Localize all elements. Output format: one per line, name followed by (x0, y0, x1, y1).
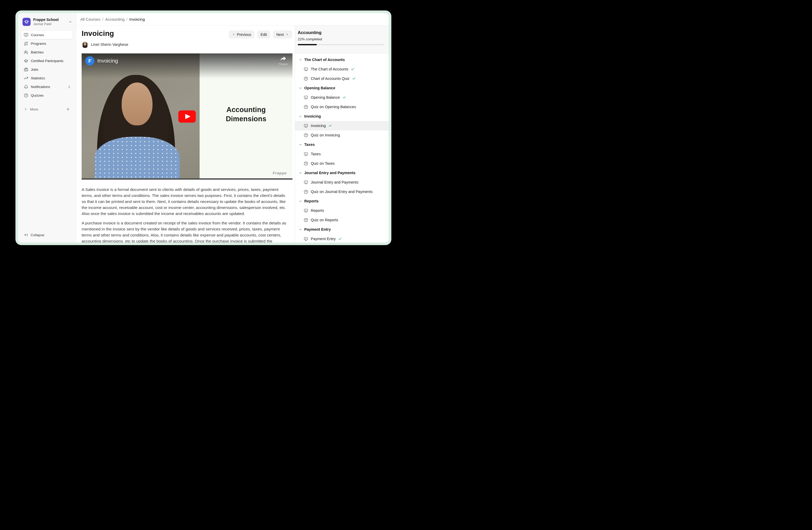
outline-lesson[interactable]: The Chart of Accounts (295, 65, 389, 74)
outline-lesson[interactable]: Journal Entry and Payments (295, 178, 389, 187)
course-progress-fill (298, 44, 317, 45)
lesson-paragraph: A purchase invoice is a document created… (82, 220, 287, 242)
outline-lesson[interactable]: Reports (295, 206, 389, 215)
left-sidebar: Frappe School Jannat Patel Courses Progr… (18, 13, 76, 242)
sidebar-item-quizzes[interactable]: Quizzes (21, 91, 73, 99)
chevron-down-icon (299, 58, 302, 61)
outline-quiz[interactable]: Quiz on Opening Balances (295, 102, 389, 112)
check-icon (328, 124, 332, 127)
outline-quiz[interactable]: Quiz on Taxes (295, 159, 389, 168)
collapse-sidebar-icon (24, 233, 28, 237)
sidebar-nav: Courses Programs Batches Certified Parti… (21, 31, 73, 99)
bell-icon (24, 85, 28, 89)
video-progress-bar[interactable] (82, 178, 292, 180)
workspace-title: Frappe School (33, 17, 59, 22)
outline-quiz[interactable]: Quiz on Journal Entry and Payments (295, 187, 389, 196)
check-icon (352, 77, 356, 80)
workspace-switcher[interactable]: Frappe School Jannat Patel (21, 16, 73, 26)
monitor-play-icon (304, 124, 308, 128)
collapse-label: Collapse (31, 233, 44, 237)
chevron-down-icon[interactable] (68, 20, 72, 24)
monitor-play-icon (304, 67, 308, 71)
chevron-right-icon (286, 33, 289, 36)
outline-section-opening-balance[interactable]: Opening Balance (295, 83, 389, 93)
outline-lesson[interactable]: Taxes (295, 149, 389, 159)
sidebar-item-notifications[interactable]: Notifications 1 (21, 83, 73, 91)
slide-title: Accounting Dimensions (200, 105, 292, 124)
breadcrumb-separator: / (126, 17, 127, 22)
previous-lesson-button[interactable]: Previous (229, 30, 255, 39)
sidebar-item-label: Notifications (31, 85, 50, 89)
outline-lesson-current[interactable]: Invoicing (295, 121, 389, 130)
frappe-brand-logo: Frappe (273, 171, 287, 176)
monitor-play-icon (304, 152, 308, 156)
monitor-play-icon (304, 208, 308, 213)
outline-section-payment-entry[interactable]: Payment Entry (295, 225, 389, 234)
sidebar-item-programs[interactable]: Programs (21, 39, 73, 48)
breadcrumb: All Courses / Accounting / Invoicing (76, 13, 389, 25)
notifications-count-badge: 1 (68, 85, 70, 89)
outline-quiz[interactable]: Quiz on Reports (295, 215, 389, 225)
breadcrumb-separator: / (102, 17, 103, 22)
outline-section-chart-of-accounts[interactable]: The Chart of Accounts (295, 55, 389, 65)
course-progress-bar (298, 44, 385, 45)
workspace-user: Jannat Patel (33, 22, 59, 26)
edit-lesson-button[interactable]: Edit (257, 30, 270, 39)
lesson-video-player[interactable]: Accounting Dimensions Frappe F Invoicing (82, 53, 292, 180)
sidebar-item-courses[interactable]: Courses (21, 31, 73, 39)
outline-section-taxes[interactable]: Taxes (295, 140, 389, 149)
lesson-paragraph: A Sales invoice is a formal document sen… (82, 187, 287, 217)
add-shortcut-button[interactable] (66, 107, 70, 111)
graduation-cap-icon (24, 59, 28, 63)
question-circle-icon (304, 161, 308, 166)
author-avatar (82, 41, 88, 48)
youtube-play-button[interactable] (178, 111, 196, 123)
outline-lesson[interactable]: Payment Entry (295, 234, 389, 242)
outline-section-journal-entry-and-payments[interactable]: Journal Entry and Payments (295, 168, 389, 178)
question-circle-icon (304, 218, 308, 222)
course-title: Accounting (298, 30, 385, 35)
check-icon (351, 67, 354, 71)
breadcrumb-all-courses[interactable]: All Courses (80, 17, 100, 22)
graduation-cap-icon (24, 19, 29, 24)
sidebar-item-jobs[interactable]: Jobs (21, 65, 73, 73)
question-circle-icon (304, 76, 308, 81)
share-label: Share (279, 62, 288, 66)
page-title: Invoicing (82, 29, 114, 38)
outline-header: Accounting 22% completed (295, 25, 389, 53)
route-icon (24, 41, 28, 46)
chevron-left-icon (232, 33, 235, 36)
channel-avatar[interactable]: F (85, 56, 95, 66)
monitor-play-icon (304, 95, 308, 100)
sidebar-item-label: Certified Participants (31, 59, 63, 63)
progress-label: 22% completed (298, 37, 385, 41)
outline-quiz[interactable]: Chart of Accounts Quiz (295, 74, 389, 83)
sidebar-item-label: Statistics (31, 76, 45, 80)
outline-lesson[interactable]: Opening Balance (295, 93, 389, 102)
chevron-down-icon (299, 115, 302, 118)
content-row: Invoicing Previous Edit Next (76, 25, 389, 242)
outline-list: The Chart of Accounts The Chart of Accou… (295, 53, 389, 242)
breadcrumb-accounting[interactable]: Accounting (105, 17, 125, 22)
video-title-overlay[interactable]: F Invoicing (85, 56, 118, 66)
lesson-actions: Previous Edit Next (229, 30, 292, 39)
check-icon (338, 237, 342, 241)
question-circle-icon (304, 190, 308, 194)
monitor-play-icon (304, 237, 308, 241)
share-arrow-icon (280, 56, 286, 61)
video-title[interactable]: Invoicing (97, 58, 118, 64)
sidebar-item-statistics[interactable]: Statistics (21, 74, 73, 82)
chevron-down-icon (299, 143, 302, 147)
briefcase-icon (24, 67, 28, 72)
outline-quiz[interactable]: Quiz on Invoicing (295, 130, 389, 140)
sidebar-item-label: Batches (31, 50, 44, 54)
next-lesson-button[interactable]: Next (273, 30, 292, 39)
video-share-button[interactable]: Share (279, 56, 288, 66)
outline-section-reports[interactable]: Reports (295, 196, 389, 206)
outline-section-invoicing[interactable]: Invoicing (295, 112, 389, 121)
sidebar-item-certified-participants[interactable]: Certified Participants (21, 57, 73, 65)
sidebar-more-toggle[interactable]: More (21, 105, 73, 113)
sidebar-item-batches[interactable]: Batches (21, 48, 73, 56)
book-open-icon (24, 33, 28, 37)
sidebar-collapse-button[interactable]: Collapse (21, 231, 73, 239)
